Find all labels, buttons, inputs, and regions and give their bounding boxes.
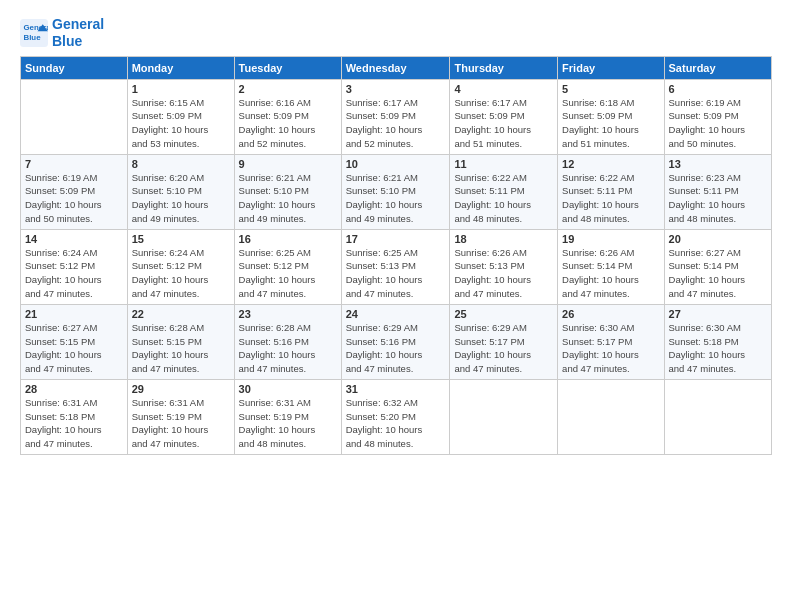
day-number: 27 [669, 308, 767, 320]
day-number: 8 [132, 158, 230, 170]
day-info: Sunrise: 6:21 AM Sunset: 5:10 PM Dayligh… [346, 171, 446, 226]
calendar-cell: 11Sunrise: 6:22 AM Sunset: 5:11 PM Dayli… [450, 154, 558, 229]
day-number: 10 [346, 158, 446, 170]
day-number: 2 [239, 83, 337, 95]
calendar-header-monday: Monday [127, 56, 234, 79]
day-info: Sunrise: 6:28 AM Sunset: 5:16 PM Dayligh… [239, 321, 337, 376]
day-number: 20 [669, 233, 767, 245]
day-info: Sunrise: 6:25 AM Sunset: 5:13 PM Dayligh… [346, 246, 446, 301]
day-number: 4 [454, 83, 553, 95]
day-info: Sunrise: 6:24 AM Sunset: 5:12 PM Dayligh… [25, 246, 123, 301]
calendar-cell [21, 79, 128, 154]
day-info: Sunrise: 6:27 AM Sunset: 5:15 PM Dayligh… [25, 321, 123, 376]
calendar-week-row: 21Sunrise: 6:27 AM Sunset: 5:15 PM Dayli… [21, 304, 772, 379]
day-number: 29 [132, 383, 230, 395]
day-number: 13 [669, 158, 767, 170]
day-number: 14 [25, 233, 123, 245]
calendar-cell: 2Sunrise: 6:16 AM Sunset: 5:09 PM Daylig… [234, 79, 341, 154]
calendar-cell: 19Sunrise: 6:26 AM Sunset: 5:14 PM Dayli… [558, 229, 664, 304]
calendar-header-row: SundayMondayTuesdayWednesdayThursdayFrid… [21, 56, 772, 79]
calendar-cell: 14Sunrise: 6:24 AM Sunset: 5:12 PM Dayli… [21, 229, 128, 304]
day-number: 12 [562, 158, 659, 170]
day-number: 7 [25, 158, 123, 170]
day-info: Sunrise: 6:27 AM Sunset: 5:14 PM Dayligh… [669, 246, 767, 301]
day-number: 26 [562, 308, 659, 320]
calendar-cell: 24Sunrise: 6:29 AM Sunset: 5:16 PM Dayli… [341, 304, 450, 379]
day-number: 11 [454, 158, 553, 170]
day-info: Sunrise: 6:22 AM Sunset: 5:11 PM Dayligh… [562, 171, 659, 226]
calendar-cell: 1Sunrise: 6:15 AM Sunset: 5:09 PM Daylig… [127, 79, 234, 154]
day-info: Sunrise: 6:30 AM Sunset: 5:17 PM Dayligh… [562, 321, 659, 376]
day-info: Sunrise: 6:25 AM Sunset: 5:12 PM Dayligh… [239, 246, 337, 301]
calendar-cell [450, 379, 558, 454]
day-number: 28 [25, 383, 123, 395]
day-number: 21 [25, 308, 123, 320]
calendar-header-friday: Friday [558, 56, 664, 79]
calendar-cell: 21Sunrise: 6:27 AM Sunset: 5:15 PM Dayli… [21, 304, 128, 379]
calendar-header-saturday: Saturday [664, 56, 771, 79]
day-info: Sunrise: 6:17 AM Sunset: 5:09 PM Dayligh… [346, 96, 446, 151]
calendar-header-wednesday: Wednesday [341, 56, 450, 79]
calendar-cell: 23Sunrise: 6:28 AM Sunset: 5:16 PM Dayli… [234, 304, 341, 379]
calendar-cell: 31Sunrise: 6:32 AM Sunset: 5:20 PM Dayli… [341, 379, 450, 454]
calendar-cell: 18Sunrise: 6:26 AM Sunset: 5:13 PM Dayli… [450, 229, 558, 304]
day-info: Sunrise: 6:29 AM Sunset: 5:17 PM Dayligh… [454, 321, 553, 376]
day-info: Sunrise: 6:18 AM Sunset: 5:09 PM Dayligh… [562, 96, 659, 151]
logo: General Blue GeneralBlue [20, 16, 104, 50]
calendar-header-sunday: Sunday [21, 56, 128, 79]
day-number: 17 [346, 233, 446, 245]
day-number: 22 [132, 308, 230, 320]
day-info: Sunrise: 6:19 AM Sunset: 5:09 PM Dayligh… [669, 96, 767, 151]
day-number: 19 [562, 233, 659, 245]
calendar-table: SundayMondayTuesdayWednesdayThursdayFrid… [20, 56, 772, 455]
day-number: 3 [346, 83, 446, 95]
calendar-cell: 5Sunrise: 6:18 AM Sunset: 5:09 PM Daylig… [558, 79, 664, 154]
calendar-week-row: 28Sunrise: 6:31 AM Sunset: 5:18 PM Dayli… [21, 379, 772, 454]
day-number: 31 [346, 383, 446, 395]
logo-icon: General Blue [20, 19, 48, 47]
day-info: Sunrise: 6:28 AM Sunset: 5:15 PM Dayligh… [132, 321, 230, 376]
day-info: Sunrise: 6:19 AM Sunset: 5:09 PM Dayligh… [25, 171, 123, 226]
calendar-cell: 15Sunrise: 6:24 AM Sunset: 5:12 PM Dayli… [127, 229, 234, 304]
day-info: Sunrise: 6:22 AM Sunset: 5:11 PM Dayligh… [454, 171, 553, 226]
calendar-cell [664, 379, 771, 454]
day-number: 15 [132, 233, 230, 245]
calendar-cell: 30Sunrise: 6:31 AM Sunset: 5:19 PM Dayli… [234, 379, 341, 454]
calendar-cell: 9Sunrise: 6:21 AM Sunset: 5:10 PM Daylig… [234, 154, 341, 229]
svg-text:Blue: Blue [24, 33, 42, 42]
calendar-header-tuesday: Tuesday [234, 56, 341, 79]
calendar-cell: 22Sunrise: 6:28 AM Sunset: 5:15 PM Dayli… [127, 304, 234, 379]
calendar-cell: 16Sunrise: 6:25 AM Sunset: 5:12 PM Dayli… [234, 229, 341, 304]
day-number: 25 [454, 308, 553, 320]
calendar-cell: 29Sunrise: 6:31 AM Sunset: 5:19 PM Dayli… [127, 379, 234, 454]
calendar-cell: 27Sunrise: 6:30 AM Sunset: 5:18 PM Dayli… [664, 304, 771, 379]
day-info: Sunrise: 6:32 AM Sunset: 5:20 PM Dayligh… [346, 396, 446, 451]
calendar-cell: 8Sunrise: 6:20 AM Sunset: 5:10 PM Daylig… [127, 154, 234, 229]
day-number: 30 [239, 383, 337, 395]
calendar-cell: 3Sunrise: 6:17 AM Sunset: 5:09 PM Daylig… [341, 79, 450, 154]
day-info: Sunrise: 6:20 AM Sunset: 5:10 PM Dayligh… [132, 171, 230, 226]
day-info: Sunrise: 6:23 AM Sunset: 5:11 PM Dayligh… [669, 171, 767, 226]
day-info: Sunrise: 6:31 AM Sunset: 5:19 PM Dayligh… [239, 396, 337, 451]
calendar-week-row: 1Sunrise: 6:15 AM Sunset: 5:09 PM Daylig… [21, 79, 772, 154]
day-info: Sunrise: 6:31 AM Sunset: 5:19 PM Dayligh… [132, 396, 230, 451]
calendar-cell: 26Sunrise: 6:30 AM Sunset: 5:17 PM Dayli… [558, 304, 664, 379]
day-number: 5 [562, 83, 659, 95]
day-info: Sunrise: 6:26 AM Sunset: 5:14 PM Dayligh… [562, 246, 659, 301]
calendar-cell: 12Sunrise: 6:22 AM Sunset: 5:11 PM Dayli… [558, 154, 664, 229]
day-info: Sunrise: 6:17 AM Sunset: 5:09 PM Dayligh… [454, 96, 553, 151]
day-info: Sunrise: 6:30 AM Sunset: 5:18 PM Dayligh… [669, 321, 767, 376]
calendar-cell [558, 379, 664, 454]
day-number: 23 [239, 308, 337, 320]
day-info: Sunrise: 6:21 AM Sunset: 5:10 PM Dayligh… [239, 171, 337, 226]
day-number: 18 [454, 233, 553, 245]
day-number: 1 [132, 83, 230, 95]
day-info: Sunrise: 6:31 AM Sunset: 5:18 PM Dayligh… [25, 396, 123, 451]
calendar-cell: 20Sunrise: 6:27 AM Sunset: 5:14 PM Dayli… [664, 229, 771, 304]
day-number: 16 [239, 233, 337, 245]
day-info: Sunrise: 6:29 AM Sunset: 5:16 PM Dayligh… [346, 321, 446, 376]
day-info: Sunrise: 6:15 AM Sunset: 5:09 PM Dayligh… [132, 96, 230, 151]
calendar-cell: 4Sunrise: 6:17 AM Sunset: 5:09 PM Daylig… [450, 79, 558, 154]
day-number: 6 [669, 83, 767, 95]
calendar-cell: 6Sunrise: 6:19 AM Sunset: 5:09 PM Daylig… [664, 79, 771, 154]
